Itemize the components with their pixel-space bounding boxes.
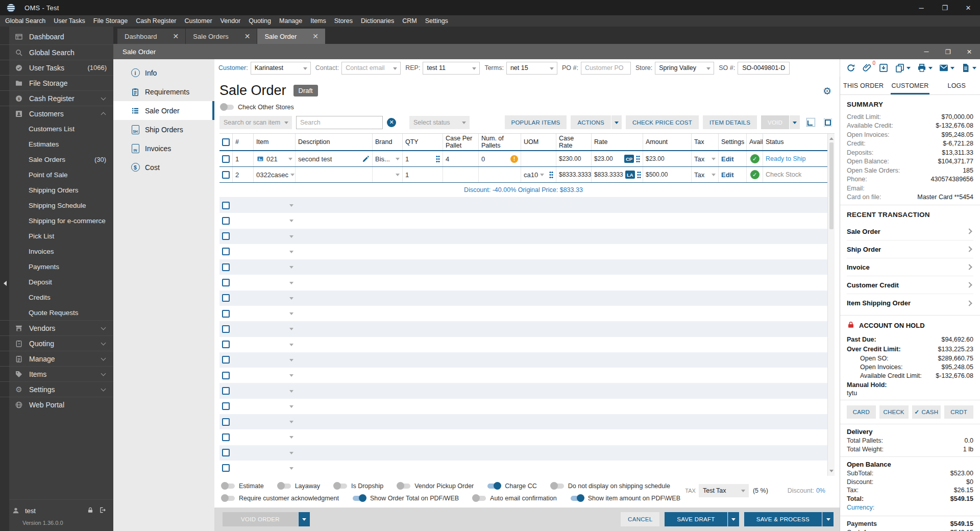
empty-table-row[interactable] (219, 229, 827, 244)
sidebar-item-items[interactable]: Items (0, 366, 113, 381)
lock-icon[interactable] (87, 506, 94, 515)
description-cell[interactable]: second test (295, 151, 372, 166)
empty-table-row[interactable] (219, 321, 827, 336)
brand-select[interactable]: Bis... (372, 151, 402, 166)
cancel-button[interactable]: CANCEL (621, 512, 659, 526)
row-checkbox[interactable] (222, 279, 230, 286)
save-process-button[interactable]: SAVE & PROCESS (744, 512, 822, 526)
item-dropdown-icon[interactable] (289, 328, 293, 332)
row-checkbox[interactable] (222, 449, 230, 456)
column-header[interactable]: # (232, 134, 253, 150)
void-order-button[interactable]: VOID ORDER (223, 512, 298, 526)
select-all-checkbox[interactable] (219, 134, 232, 150)
option-toggle[interactable]: Is Dropship (334, 482, 383, 490)
column-header[interactable]: QTY (402, 134, 443, 150)
empty-table-row[interactable] (219, 306, 827, 321)
po-input[interactable] (581, 62, 631, 75)
sidebar-subitem[interactable]: Sale Orders (30) (0, 152, 113, 167)
menu-item[interactable]: Customer (180, 17, 216, 25)
order-nav-sale-order[interactable]: Sale Order (113, 101, 214, 120)
item-dropdown-icon[interactable] (289, 467, 293, 472)
menu-item[interactable]: Settings (421, 17, 452, 25)
order-nav-requirements[interactable]: Requirements (113, 82, 214, 101)
menu-item[interactable]: Cash Register (132, 17, 180, 25)
recent-transaction-link[interactable]: Item Shipping Order (847, 294, 973, 312)
row-checkbox[interactable] (222, 232, 230, 240)
price-level-badge[interactable]: LA (625, 171, 635, 179)
sidebar-subitem[interactable]: Pick List (0, 228, 113, 244)
contact-select[interactable]: Contact email (341, 62, 401, 75)
inner-close-button[interactable]: ✕ (959, 44, 980, 59)
document-tab[interactable]: Sale Orders ✕ (186, 29, 257, 44)
logout-icon[interactable] (99, 506, 106, 515)
menu-item[interactable]: Vendor (216, 17, 245, 25)
sidebar-subitem[interactable]: Quote Requests (0, 305, 113, 320)
clear-search-icon[interactable]: ✕ (387, 118, 396, 127)
row-checkbox[interactable] (222, 372, 230, 379)
payment-method-button[interactable]: CASH (912, 405, 941, 419)
item-dropdown-icon[interactable] (289, 220, 293, 224)
discount-value[interactable]: 0% (816, 487, 825, 494)
empty-table-row[interactable] (219, 198, 827, 213)
case-per-pallet-cell[interactable] (443, 167, 478, 182)
empty-table-row[interactable] (219, 352, 827, 368)
case-per-pallet-cell[interactable]: 4 (443, 151, 478, 166)
drag-dots-icon[interactable] (636, 155, 640, 163)
copy-icon[interactable] (895, 63, 911, 73)
item-dropdown-icon[interactable] (289, 405, 293, 410)
item-dropdown-icon[interactable] (289, 390, 293, 395)
recent-transaction-link[interactable]: Invoice (847, 258, 973, 276)
menu-item[interactable]: Dictionaries (357, 17, 398, 25)
sidebar-subitem[interactable]: Shipping Schedule (0, 198, 113, 213)
recent-transaction-link[interactable]: Ship Order (847, 240, 973, 258)
option-toggle[interactable]: Auto email confirmation (473, 495, 557, 502)
panel-tab[interactable]: CUSTOMER (887, 77, 933, 94)
uom-cell[interactable] (521, 151, 556, 166)
empty-table-row[interactable] (219, 337, 827, 352)
empty-table-row[interactable] (219, 213, 827, 228)
settings-cell[interactable]: Edit (718, 167, 746, 182)
sidebar-subitem[interactable]: Deposit (0, 274, 113, 289)
case-rate-cell[interactable]: $230.00 (556, 151, 591, 166)
row-checkbox[interactable] (222, 464, 230, 472)
document-icon[interactable] (961, 63, 976, 73)
sidebar-subitem[interactable]: Payments (0, 259, 113, 274)
price-level-badge[interactable]: CP (624, 155, 634, 163)
row-checkbox[interactable] (222, 433, 230, 441)
recent-transaction-link[interactable]: Customer Credit (847, 276, 973, 294)
qty-cell[interactable]: 1 (402, 151, 443, 166)
column-header[interactable]: Tax (691, 134, 718, 150)
option-toggle[interactable]: Layaway (278, 482, 320, 490)
option-toggle[interactable]: Estimate (222, 482, 264, 490)
empty-table-row[interactable] (219, 275, 827, 290)
check-price-cost-button[interactable]: CHECK PRICE COST (626, 115, 699, 129)
column-header[interactable]: Description (295, 134, 372, 150)
empty-table-row[interactable] (219, 399, 827, 414)
order-nav-invoices[interactable]: IN Invoices (113, 139, 214, 158)
empty-table-row[interactable] (219, 368, 827, 383)
option-toggle[interactable]: Show Order Total on PDF/WEB (353, 495, 459, 502)
barcode-scan-icon[interactable] (804, 116, 817, 129)
check-other-stores-toggle[interactable]: Check Other Stores (220, 104, 294, 111)
item-dropdown-icon[interactable] (289, 204, 293, 209)
option-toggle[interactable]: Vendor Pickup Order (397, 482, 474, 490)
payment-method-button[interactable]: CRDT (944, 405, 973, 419)
download-icon[interactable] (878, 63, 889, 73)
description-cell[interactable] (295, 167, 372, 182)
popular-items-button[interactable]: POPULAR ITEMS (505, 115, 567, 129)
item-dropdown-icon[interactable] (289, 312, 293, 317)
tax-select[interactable]: Tax (691, 167, 718, 182)
column-header[interactable]: Status (763, 134, 827, 150)
row-checkbox[interactable] (222, 294, 230, 302)
void-menu-button[interactable] (790, 115, 800, 129)
sync-icon[interactable] (846, 63, 856, 73)
sidebar-subitem[interactable]: Point of Sale (0, 167, 113, 182)
row-checkbox[interactable] (222, 310, 230, 318)
sidebar-item-cash-register[interactable]: $ Cash Register (0, 90, 113, 106)
menu-item[interactable]: File Storage (89, 17, 132, 25)
sidebar-item-file-storage[interactable]: File Storage (0, 75, 113, 90)
terms-select[interactable]: net 15 (506, 62, 557, 75)
column-header[interactable]: Avail (746, 134, 763, 150)
status-filter-select[interactable]: Select status (409, 116, 470, 129)
column-header[interactable]: UOM (521, 134, 556, 150)
